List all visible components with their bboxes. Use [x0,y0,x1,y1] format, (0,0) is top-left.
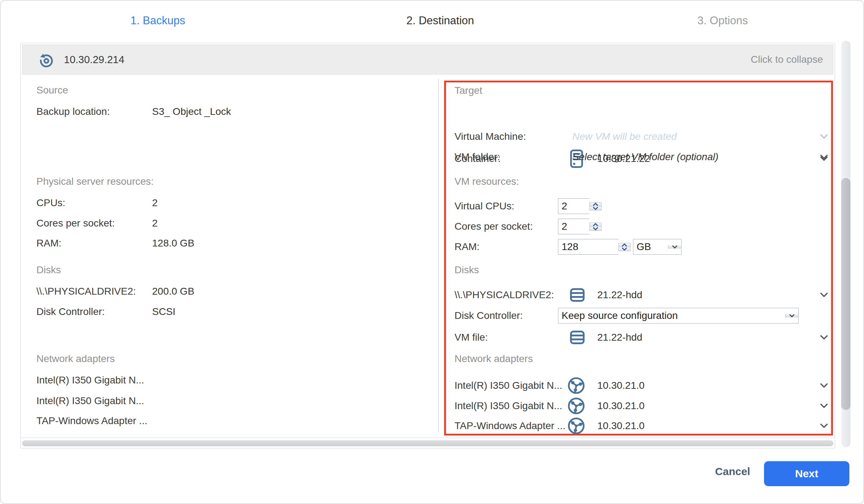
source-drive-label: \\.\PHYSICALDRIVE2: [36,286,136,297]
virtual-cpus-input[interactable] [558,198,589,214]
target-adapter-row: Intel(R) I350 Gigabit N... 10.30.21.0 [454,397,837,415]
next-button[interactable]: Next [764,461,849,486]
horizontal-scrollbar[interactable] [22,441,833,446]
source-controller-label: Disk Controller: [36,306,105,317]
virtual-cpus-increment-button[interactable] [590,203,601,207]
ram-unit-value: GB [633,241,668,253]
source-adapter-label: Intel(R) I350 Gigabit N... [36,375,144,386]
step-backups[interactable]: 1. Backups [130,14,185,27]
virtual-machine-label: Virtual Machine: [454,131,526,142]
target-adapter-dropdown-chevron-icon[interactable] [820,403,828,408]
backup-location-value: S3_ Object _Lock [152,106,231,117]
disk-controller-select[interactable]: Keep source configuration [558,308,799,324]
target-adapter-dropdown-chevron-icon[interactable] [820,423,828,428]
virtual-machine-dropdown-chevron-icon[interactable] [820,134,828,139]
content-bottom-border [21,438,834,438]
source-cpus-row: CPUs: 2 [36,195,411,211]
cores-per-socket-increment-button[interactable] [590,223,601,227]
vm-folder-dropdown-chevron-icon[interactable] [820,154,828,159]
source-network-heading-label: Network adapters [36,353,115,365]
disk-icon [569,287,585,303]
target-adapter-label: Intel(R) I350 Gigabit N... [454,380,562,391]
source-network-heading: Network adapters [36,351,411,367]
vm-folder-placeholder[interactable]: Select target VM folder (optional) [572,151,718,163]
vm-file-value[interactable]: 21.22-hdd [597,332,642,343]
step-options[interactable]: 3. Options [697,14,748,27]
ram-input[interactable] [558,239,618,255]
target-drive-label: \\.\PHYSICALDRIVE2: [454,289,554,301]
vertical-scrollbar-thumb[interactable] [841,178,850,410]
column-divider [438,79,439,432]
target-drive-dropdown-chevron-icon[interactable] [820,292,828,297]
virtual-cpus-decrement-button[interactable] [590,207,601,210]
target-drive-value[interactable]: 21.22-hdd [597,289,642,301]
target-drive-row: \\.\PHYSICALDRIVE2: 21.22-hdd [454,286,837,304]
source-disks-heading: Disks [36,262,411,278]
network-icon [567,417,585,435]
network-icon [567,377,585,394]
ram-decrement-button[interactable] [619,247,630,251]
server-panel: 10.30.29.214 Click to collapse Source Ba… [20,43,835,448]
source-adapter-row: TAP-Windows Adapter ... [36,413,411,429]
target-heading-label: Target [454,85,482,96]
cancel-button[interactable]: Cancel [709,465,756,478]
cores-per-socket-decrement-button[interactable] [590,227,601,230]
target-network-heading-label: Network adapters [454,353,533,365]
ram-row: RAM: GB [454,239,837,255]
backup-location-label: Backup location: [36,106,110,117]
cores-per-socket-spin-buttons [589,223,602,231]
ram-unit-dropdown-button[interactable] [668,245,681,249]
target-adapter-label: TAP-Windows Adapter ... [454,420,566,432]
target-adapter-value[interactable]: 10.30.21.0 [597,400,644,412]
target-adapter-dropdown-chevron-icon[interactable] [820,383,828,388]
target-adapter-value[interactable]: 10.30.21.0 [597,420,644,432]
source-drive-row: \\.\PHYSICALDRIVE2: 200.0 GB [36,284,411,299]
vm-file-row: VM file: 21.22-hdd [454,328,837,347]
source-adapter-row: Intel(R) I350 Gigabit N... [36,372,411,388]
virtual-machine-row: Virtual Machine: New VM will be created [454,129,837,144]
source-cores-value: 2 [152,218,158,229]
network-icon [567,397,585,415]
source-cores-row: Cores per socket: 2 [36,215,411,231]
target-network-heading: Network adapters [454,351,837,367]
disk-controller-row: Disk Controller: Keep source configurati… [454,308,837,324]
source-adapter-label: TAP-Windows Adapter ... [36,415,147,427]
virtual-machine-placeholder[interactable]: New VM will be created [572,131,677,142]
source-controller-value: SCSI [152,306,175,317]
vm-resources-heading: VM resources: [454,174,837,189]
vm-file-dropdown-chevron-icon[interactable] [820,335,828,340]
cores-per-socket-input[interactable] [558,219,589,234]
server-panel-header[interactable]: 10.30.29.214 Click to collapse [22,45,833,75]
vm-folder-label: VM folder: [454,151,500,163]
target-disks-heading: Disks [454,262,837,278]
source-heading: Source [36,82,411,98]
step-destination[interactable]: 2. Destination [406,14,474,27]
virtual-cpus-row: Virtual CPUs: [454,198,837,214]
restore-wizard-dialog: 1. Backups 2. Destination 3. Options 10.… [0,0,864,504]
target-disks-heading-label: Disks [454,264,479,276]
disk-controller-dropdown-button[interactable] [785,314,798,317]
source-cpus-label: CPUs: [36,197,65,209]
physical-resources-heading-label: Physical server resources: [36,176,154,187]
target-adapter-label: Intel(R) I350 Gigabit N... [454,400,562,412]
source-cores-label: Cores per socket: [36,218,115,229]
physical-resources-heading: Physical server resources: [36,174,411,189]
collapse-hint[interactable]: Click to collapse [751,54,823,65]
target-adapter-value[interactable]: 10.30.21.0 [597,380,644,391]
vertical-scrollbar[interactable] [841,41,850,447]
ram-increment-button[interactable] [619,243,630,247]
disk-controller-label: Disk Controller: [454,310,523,321]
ram-spin-buttons [618,243,631,251]
source-ram-value: 128.0 GB [152,238,194,249]
source-drive-value: 200.0 GB [152,286,194,297]
cores-per-socket-label: Cores per socket: [454,221,533,232]
cores-per-socket-row: Cores per socket: [454,219,837,234]
virtual-cpus-stepper [558,198,602,214]
server-host: 10.30.29.214 [64,54,124,66]
source-cpus-value: 2 [152,197,158,209]
source-ram-label: RAM: [36,238,61,249]
source-ram-row: RAM: 128.0 GB [36,235,411,251]
ram-unit-select[interactable]: GB [633,239,682,255]
virtual-cpus-spin-buttons [589,202,602,210]
source-controller-row: Disk Controller: SCSI [36,304,411,320]
